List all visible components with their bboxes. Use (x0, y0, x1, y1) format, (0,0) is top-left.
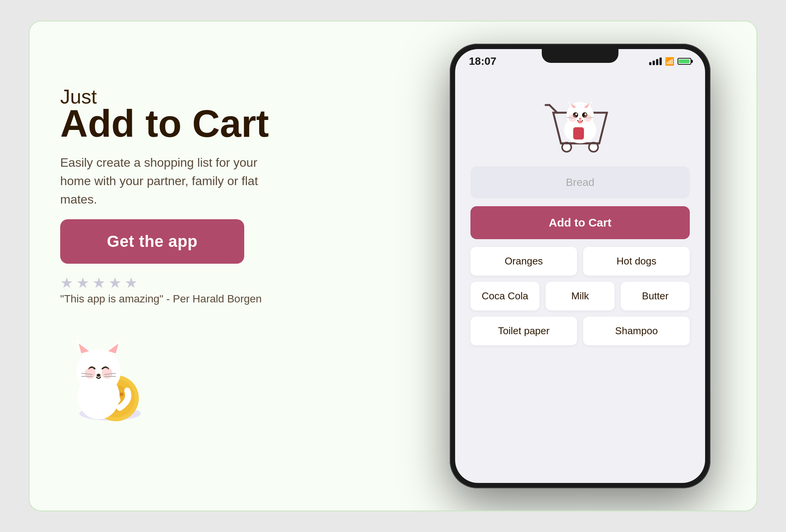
star-4: ★ (109, 274, 122, 291)
svg-point-5 (120, 392, 123, 396)
svg-point-36 (578, 120, 582, 123)
stars-row: ★ ★ ★ ★ ★ (60, 274, 283, 291)
suggestion-row-1: Oranges Hot dogs (470, 247, 690, 276)
suggestion-row-2: Coca Cola Milk Butter (470, 282, 690, 310)
status-right-icons: 📶 (649, 57, 691, 66)
svg-point-15 (97, 374, 100, 377)
svg-point-13 (85, 368, 95, 379)
svg-point-8 (76, 349, 121, 394)
signal-bar-3 (656, 59, 658, 65)
star-3: ★ (92, 274, 105, 291)
app-card: Just Add to Cart Easily create a shoppin… (29, 21, 757, 511)
battery-icon (677, 58, 691, 65)
cat-mascot-area (530, 74, 630, 159)
left-panel: Just Add to Cart Easily create a shoppin… (60, 86, 283, 446)
suggestion-toilet-paper[interactable]: Toilet paper (470, 317, 577, 345)
phone-frame: 18:07 📶 (450, 44, 710, 488)
star-2: ★ (76, 274, 89, 291)
svg-point-35 (579, 118, 581, 120)
phone-screen: 18:07 📶 (455, 49, 705, 483)
star-5: ★ (125, 274, 138, 291)
right-panel: 18:07 📶 (434, 44, 726, 488)
signal-bar-2 (653, 61, 655, 65)
description-text: Easily create a shopping list for your h… (60, 153, 260, 209)
signal-icon (649, 57, 662, 65)
search-input[interactable]: Bread (470, 166, 690, 199)
phone-notch (542, 49, 618, 63)
suggestions-grid: Oranges Hot dogs Coca Cola Milk Butter T… (470, 247, 690, 345)
suggestion-cocacola[interactable]: Coca Cola (470, 282, 539, 310)
phone-content: Bread Add to Cart Oranges Hot dogs Coca … (455, 71, 705, 483)
suggestion-butter[interactable]: Butter (621, 282, 690, 310)
rating-section: ★ ★ ★ ★ ★ "This app is amazing" - Per Ha… (60, 274, 283, 305)
svg-rect-39 (573, 127, 584, 140)
suggestion-hotdogs[interactable]: Hot dogs (583, 247, 690, 276)
wifi-icon: 📶 (665, 57, 674, 66)
signal-bar-4 (659, 57, 662, 65)
get-app-button[interactable]: Get the app (60, 219, 244, 264)
suggestion-row-3: Toilet paper Shampoo (470, 317, 690, 345)
svg-point-14 (102, 368, 112, 379)
cat-cookie-illustration (60, 323, 168, 431)
svg-point-33 (576, 113, 577, 115)
star-1: ★ (60, 274, 73, 291)
suggestion-shampoo[interactable]: Shampoo (583, 317, 690, 345)
add-to-cart-button[interactable]: Add to Cart (470, 206, 690, 239)
suggestion-milk[interactable]: Milk (546, 282, 615, 310)
status-time: 18:07 (469, 55, 497, 67)
review-text: "This app is amazing" - Per Harald Borge… (60, 293, 283, 305)
suggestion-oranges[interactable]: Oranges (470, 247, 577, 276)
tagline-main: Add to Cart (60, 104, 283, 143)
signal-bar-1 (649, 62, 651, 65)
battery-fill (679, 59, 689, 63)
